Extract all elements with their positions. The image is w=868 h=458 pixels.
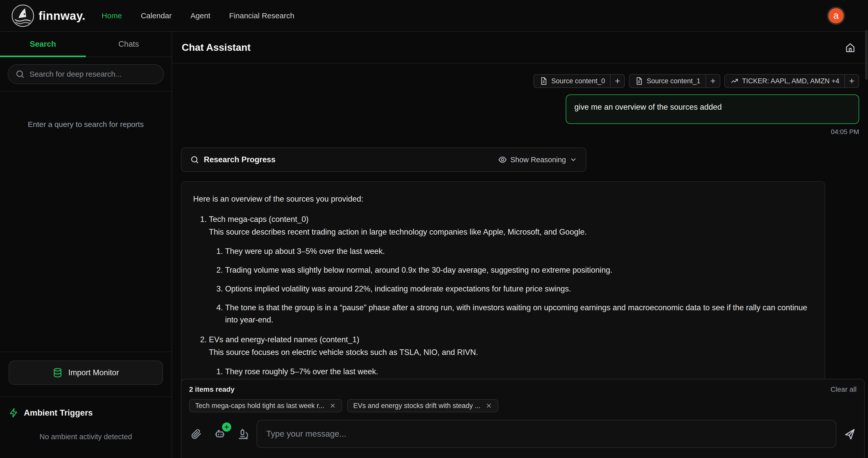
close-icon[interactable]	[330, 402, 336, 409]
section-title: EVs and energy-related names (content_1)	[209, 334, 813, 346]
sidebar-spacer	[0, 129, 172, 352]
add-ticker-icon[interactable]	[844, 74, 859, 87]
sidebar: Search Chats Enter a query to search for…	[0, 32, 172, 458]
add-source-icon[interactable]	[706, 74, 720, 87]
close-icon[interactable]	[486, 402, 492, 409]
user-message-bubble: give me an overview of the sources added	[566, 94, 859, 124]
ready-item-chips: Tech mega-caps hold tight as last week r…	[189, 399, 857, 412]
brand-name: finnway.	[38, 9, 86, 23]
search-icon	[190, 155, 199, 164]
sidebar-empty-state: Enter a query to search for reports	[0, 120, 172, 129]
sidebar-search-section	[0, 57, 172, 92]
show-reasoning-toggle[interactable]: Show Reasoning	[498, 155, 577, 164]
file-icon	[539, 77, 548, 85]
ambient-triggers-section: Ambient Triggers No ambient activity det…	[0, 397, 172, 458]
nav-item-agent[interactable]: Agent	[190, 11, 210, 20]
nav-item-calendar[interactable]: Calendar	[141, 11, 172, 20]
composer-panel: 2 items ready Clear all Tech mega-caps h…	[181, 379, 865, 458]
ambient-triggers-title: Ambient Triggers	[24, 408, 93, 418]
chat-panel: Chat Assistant	[172, 32, 868, 458]
section-point: They were up about 3–5% over the last we…	[225, 245, 813, 257]
section-point: Trading volume was slightly below normal…	[225, 264, 813, 276]
user-avatar[interactable]: a	[827, 7, 845, 25]
file-icon	[635, 77, 643, 85]
chat-header: Chat Assistant	[172, 32, 868, 63]
message-input[interactable]	[257, 420, 836, 448]
lightning-bolt-icon	[9, 408, 19, 418]
ready-item-label: Tech mega-caps hold tight as last week r…	[195, 402, 324, 410]
search-icon	[15, 69, 25, 79]
section-point: Options implied volatility was around 22…	[225, 283, 813, 295]
page-title: Chat Assistant	[182, 42, 251, 53]
section-desc: This source focuses on electric vehicle …	[209, 346, 813, 359]
section-point: The tone is that the group is in a “paus…	[225, 302, 813, 326]
brand[interactable]: finnway.	[12, 5, 86, 27]
sidebar-search-box[interactable]	[8, 64, 164, 84]
sidebar-tabs: Search Chats	[0, 32, 172, 57]
ticker-chip-label: TICKER: AAPL, AMD, AMZN +4	[742, 77, 839, 85]
source-chip-label: Source content_0	[551, 77, 605, 85]
source-chips-row: Source content_0	[533, 74, 859, 88]
section-title: Tech mega-caps (content_0)	[209, 213, 813, 225]
section-point-list: They were up about 3–5% over the last we…	[210, 245, 813, 326]
scrollbar-thumb[interactable]	[865, 30, 867, 80]
ticker-chip[interactable]: TICKER: AAPL, AMD, AMZN +4	[724, 74, 859, 88]
items-ready-count: 2 items ready	[189, 386, 235, 394]
section-point: They rose roughly 5–7% over the last wee…	[225, 366, 813, 378]
ready-item-chip[interactable]: Tech mega-caps hold tight as last week r…	[189, 399, 342, 412]
avatar-letter: a	[833, 10, 839, 21]
clear-all-button[interactable]: Clear all	[831, 386, 857, 394]
eye-icon	[498, 155, 507, 164]
research-progress-bar[interactable]: Research Progress Show Reasoning	[181, 148, 586, 172]
tab-chats-label: Chats	[119, 40, 139, 49]
attachment-paperclip-icon[interactable]	[191, 428, 202, 439]
home-icon[interactable]	[845, 42, 856, 53]
trending-up-icon	[731, 77, 739, 85]
import-monitor-label: Import Monitor	[68, 368, 119, 377]
import-monitor-section: Import Monitor	[0, 352, 172, 397]
chevron-down-icon	[569, 156, 577, 163]
agent-robot-icon[interactable]	[214, 428, 226, 440]
source-chip-label: Source content_1	[647, 77, 701, 85]
user-message-group: Source content_0	[181, 74, 859, 136]
send-icon[interactable]	[844, 428, 857, 440]
source-chip-content-0[interactable]: Source content_0	[533, 74, 625, 88]
show-reasoning-label: Show Reasoning	[510, 156, 566, 164]
add-source-icon[interactable]	[610, 74, 624, 87]
research-microscope-icon[interactable]	[238, 428, 249, 439]
ambient-empty-state: No ambient activity detected	[9, 433, 163, 441]
message-timestamp: 04:05 PM	[831, 128, 859, 136]
ready-item-chip[interactable]: EVs and energy stocks drift with steady …	[347, 399, 498, 412]
finnway-logo-icon	[12, 5, 34, 27]
source-chip-content-1[interactable]: Source content_1	[629, 74, 720, 88]
nav-item-home[interactable]: Home	[102, 11, 122, 20]
top-navbar: finnway. Home Calendar Agent Financial R…	[0, 0, 868, 32]
tab-chats[interactable]: Chats	[86, 32, 172, 57]
search-input[interactable]	[29, 70, 156, 79]
research-progress-title: Research Progress	[204, 155, 276, 164]
add-agent-plus-icon[interactable]	[222, 423, 231, 432]
answer-intro: Here is an overview of the sources you p…	[193, 193, 813, 205]
database-icon	[53, 368, 63, 378]
answer-section: Tech mega-caps (content_0) This source d…	[209, 213, 813, 326]
ready-item-label: EVs and energy stocks drift with steady …	[353, 402, 480, 410]
main-nav: Home Calendar Agent Financial Research	[102, 11, 294, 20]
tab-search[interactable]: Search	[0, 32, 86, 57]
nav-item-financial-research[interactable]: Financial Research	[229, 11, 294, 20]
import-monitor-button[interactable]: Import Monitor	[9, 361, 163, 385]
section-desc: This source describes recent trading act…	[209, 226, 813, 238]
tab-search-label: Search	[30, 40, 56, 49]
